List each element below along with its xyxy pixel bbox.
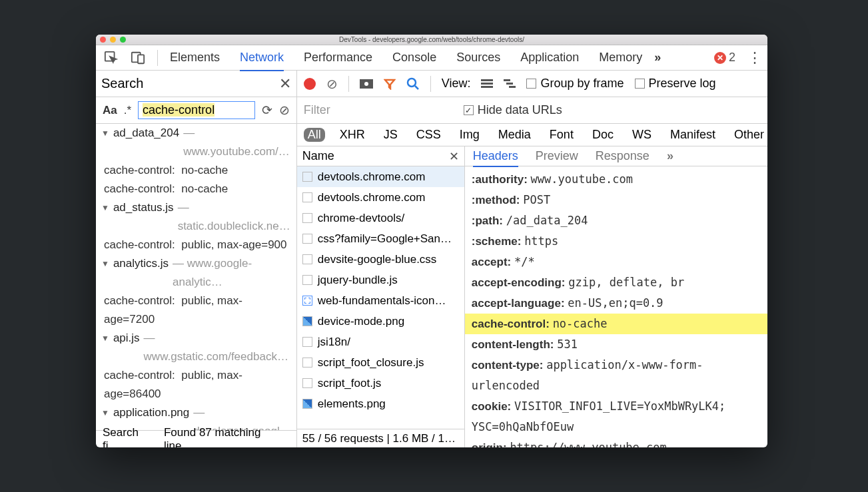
hide-data-urls-checkbox[interactable]: ✓: [464, 105, 474, 115]
hide-data-urls-label: Hide data URLs: [478, 103, 562, 117]
filter-icon[interactable]: [384, 78, 396, 90]
request-name: css?family=Google+San…: [318, 232, 452, 246]
search-result-group[interactable]: ▼analytics.js — www.google-analytic…: [101, 254, 291, 292]
close-search-icon[interactable]: ✕: [279, 75, 291, 93]
header-row: :authority: www.youtube.com: [465, 169, 767, 190]
close-column-icon[interactable]: ✕: [449, 149, 459, 164]
request-row[interactable]: web-fundamentals-icon…: [297, 290, 464, 311]
request-row[interactable]: script_foot.js: [297, 373, 464, 393]
filter-input[interactable]: Filter: [304, 103, 457, 117]
window-titlebar: DevTools - developers.google.com/web/too…: [96, 35, 767, 45]
devtools-tabs: ElementsNetworkPerformanceConsoleSources…: [170, 51, 642, 65]
type-filter-font[interactable]: Font: [546, 128, 578, 142]
request-row[interactable]: devtools.chrome.com: [297, 187, 464, 208]
type-filter-js[interactable]: JS: [380, 128, 402, 142]
request-name: web-fundamentals-icon…: [318, 294, 446, 308]
search-result-group[interactable]: ▼api.js — www.gstatic.com/feedback…: [101, 329, 291, 366]
more-tabs-icon[interactable]: »: [654, 51, 661, 65]
search-result-group[interactable]: ▼ad_status.js — static.doubleclick.ne…: [101, 198, 291, 236]
search-match[interactable]: cache-control: no-cache: [101, 161, 291, 180]
file-icon: [302, 254, 312, 264]
device-toggle-icon[interactable]: [131, 51, 145, 65]
refresh-search-icon[interactable]: ⟳: [262, 103, 272, 118]
search-match[interactable]: cache-control: public, max-age=900: [101, 236, 291, 254]
search-result-group[interactable]: ▼ad_data_204 — www.youtube.com/…: [101, 124, 291, 161]
search-match[interactable]: cache-control: no-cache: [101, 180, 291, 198]
tab-memory[interactable]: Memory: [599, 51, 642, 65]
group-by-frame-checkbox[interactable]: [526, 79, 536, 89]
search-match[interactable]: cache-control: public, max-age=7200: [101, 292, 291, 329]
type-filter-row: AllXHRJSCSSImgMediaFontDocWSManifestOthe…: [297, 124, 767, 146]
details-tabs: HeadersPreviewResponse»: [465, 146, 767, 166]
type-filter-manifest[interactable]: Manifest: [666, 128, 719, 142]
details-tab-headers[interactable]: Headers: [473, 149, 518, 167]
type-filter-xhr[interactable]: XHR: [336, 128, 369, 142]
regex-toggle[interactable]: .*: [124, 104, 131, 117]
search-status-left: Search fi…: [103, 426, 157, 448]
type-filter-ws[interactable]: WS: [628, 128, 655, 142]
tab-sources[interactable]: Sources: [456, 51, 500, 65]
more-details-tabs-icon[interactable]: »: [667, 149, 673, 163]
svg-point-5: [408, 79, 416, 87]
search-status-right: Found 87 matching line…: [164, 426, 290, 448]
traffic-lights[interactable]: [100, 37, 126, 43]
request-row[interactable]: elements.png: [297, 393, 464, 414]
request-list: devtools.chrome.comdevtools.chrome.comch…: [297, 166, 464, 429]
request-name: devsite-google-blue.css: [318, 253, 437, 266]
inspect-element-icon[interactable]: [104, 51, 119, 65]
type-filter-all[interactable]: All: [304, 128, 325, 142]
type-filter-doc[interactable]: Doc: [588, 128, 618, 142]
svg-line-6: [415, 86, 418, 89]
request-row[interactable]: css?family=Google+San…: [297, 228, 464, 249]
details-tab-response[interactable]: Response: [596, 149, 650, 163]
details-tab-preview[interactable]: Preview: [536, 149, 578, 163]
zoom-window-icon[interactable]: [120, 37, 126, 43]
preserve-log-checkbox[interactable]: [635, 79, 645, 89]
search-input[interactable]: cache-control: [138, 101, 255, 119]
request-row[interactable]: jsi18n/: [297, 332, 464, 352]
name-column: Name ✕ devtools.chrome.comdevtools.chrom…: [297, 146, 465, 447]
header-row: accept-language: en-US,en;q=0.9: [465, 293, 767, 314]
search-match[interactable]: cache-control: public, max-age=86400: [101, 366, 291, 403]
match-case-toggle[interactable]: Aa: [103, 104, 117, 117]
file-icon: [302, 172, 312, 182]
kebab-menu-icon[interactable]: ⋮: [747, 51, 762, 65]
request-row[interactable]: jquery-bundle.js: [297, 270, 464, 290]
close-window-icon[interactable]: [100, 37, 106, 43]
request-row[interactable]: script_foot_closure.js: [297, 352, 464, 373]
header-row: cache-control: no-cache: [465, 314, 767, 334]
request-name: elements.png: [318, 397, 386, 411]
minimize-window-icon[interactable]: [110, 37, 116, 43]
type-filter-css[interactable]: CSS: [412, 128, 445, 142]
request-row[interactable]: devtools.chrome.com: [297, 166, 464, 187]
error-badge[interactable]: ✕ 2: [714, 51, 735, 65]
tab-application[interactable]: Application: [520, 51, 579, 65]
request-row[interactable]: device-mode.png: [297, 311, 464, 332]
type-filter-media[interactable]: Media: [494, 128, 535, 142]
header-row: accept-encoding: gzip, deflate, br: [465, 272, 767, 293]
type-filter-img[interactable]: Img: [456, 128, 484, 142]
svg-rect-8: [481, 83, 493, 85]
large-rows-icon[interactable]: [481, 79, 493, 89]
request-row[interactable]: devsite-google-blue.css: [297, 249, 464, 270]
tab-performance[interactable]: Performance: [304, 51, 372, 65]
name-header: Name: [302, 149, 334, 163]
file-icon: [302, 213, 312, 223]
request-name: script_foot.js: [318, 377, 381, 390]
record-icon[interactable]: [304, 78, 316, 90]
tab-elements[interactable]: Elements: [170, 51, 220, 65]
waterfall-icon[interactable]: [504, 79, 516, 89]
clear-icon[interactable]: ⊘: [326, 76, 338, 92]
request-row[interactable]: chrome-devtools/: [297, 208, 464, 228]
clear-search-icon[interactable]: ⊘: [279, 103, 290, 118]
search-icon[interactable]: [406, 77, 420, 91]
svg-point-4: [364, 82, 368, 86]
type-filter-other[interactable]: Other: [730, 128, 767, 142]
view-label: View:: [442, 77, 471, 91]
svg-rect-12: [509, 86, 516, 88]
capture-screenshots-icon[interactable]: [360, 79, 373, 89]
tab-console[interactable]: Console: [392, 51, 436, 65]
svg-rect-10: [504, 79, 510, 81]
file-icon: [302, 316, 312, 326]
tab-network[interactable]: Network: [240, 51, 284, 71]
